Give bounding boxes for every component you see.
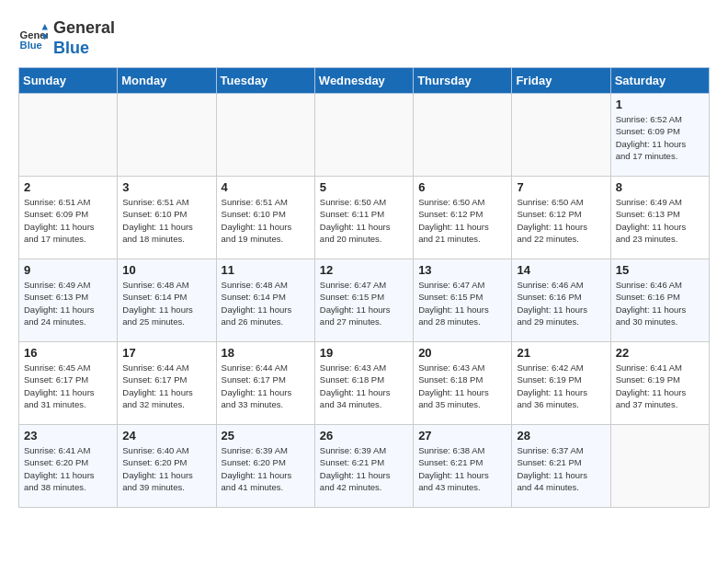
calendar-cell: 21Sunrise: 6:42 AM Sunset: 6:19 PM Dayli… — [512, 342, 610, 425]
day-number: 10 — [122, 263, 210, 277]
header-day-monday: Monday — [118, 68, 216, 94]
day-number: 7 — [517, 180, 605, 194]
day-info: Sunrise: 6:44 AM Sunset: 6:17 PM Dayligh… — [222, 362, 310, 410]
day-number: 15 — [616, 263, 704, 277]
day-number: 8 — [616, 180, 704, 194]
logo-general: General — [53, 18, 115, 39]
day-number: 28 — [517, 429, 605, 442]
day-number: 23 — [24, 429, 112, 442]
calendar-cell: 26Sunrise: 6:39 AM Sunset: 6:21 PM Dayli… — [314, 425, 413, 508]
day-info: Sunrise: 6:42 AM Sunset: 6:19 PM Dayligh… — [517, 362, 605, 410]
calendar-cell: 9Sunrise: 6:49 AM Sunset: 6:13 PM Daylig… — [19, 259, 118, 342]
header: General Blue General Blue — [18, 18, 710, 58]
calendar-cell — [512, 94, 610, 177]
calendar-cell: 3Sunrise: 6:51 AM Sunset: 6:10 PM Daylig… — [118, 177, 216, 259]
calendar-cell: 5Sunrise: 6:50 AM Sunset: 6:11 PM Daylig… — [314, 177, 413, 259]
day-info: Sunrise: 6:50 AM Sunset: 6:12 PM Dayligh… — [517, 196, 605, 245]
day-info: Sunrise: 6:43 AM Sunset: 6:18 PM Dayligh… — [320, 362, 408, 410]
calendar-cell — [19, 94, 118, 177]
day-info: Sunrise: 6:52 AM Sunset: 6:09 PM Dayligh… — [616, 113, 704, 162]
day-number: 17 — [122, 346, 210, 360]
day-info: Sunrise: 6:40 AM Sunset: 6:20 PM Dayligh… — [122, 444, 210, 493]
day-info: Sunrise: 6:48 AM Sunset: 6:14 PM Dayligh… — [222, 279, 310, 327]
calendar-week-4: 23Sunrise: 6:41 AM Sunset: 6:20 PM Dayli… — [19, 425, 710, 508]
day-info: Sunrise: 6:51 AM Sunset: 6:09 PM Dayligh… — [24, 196, 112, 245]
day-info: Sunrise: 6:51 AM Sunset: 6:10 PM Dayligh… — [222, 196, 310, 245]
header-day-friday: Friday — [512, 68, 610, 94]
logo-blue: Blue — [53, 39, 115, 59]
day-info: Sunrise: 6:47 AM Sunset: 6:15 PM Dayligh… — [418, 279, 506, 327]
day-number: 24 — [122, 429, 210, 442]
calendar-cell: 15Sunrise: 6:46 AM Sunset: 6:16 PM Dayli… — [610, 259, 709, 342]
day-info: Sunrise: 6:48 AM Sunset: 6:14 PM Dayligh… — [122, 279, 210, 327]
day-number: 27 — [418, 429, 506, 442]
svg-marker-2 — [42, 24, 48, 29]
calendar-cell: 14Sunrise: 6:46 AM Sunset: 6:16 PM Dayli… — [512, 259, 610, 342]
calendar-cell: 13Sunrise: 6:47 AM Sunset: 6:15 PM Dayli… — [414, 259, 512, 342]
day-info: Sunrise: 6:38 AM Sunset: 6:21 PM Dayligh… — [418, 444, 506, 493]
calendar-cell: 12Sunrise: 6:47 AM Sunset: 6:15 PM Dayli… — [314, 259, 413, 342]
calendar-header-row: SundayMondayTuesdayWednesdayThursdayFrid… — [19, 68, 710, 94]
calendar-cell: 28Sunrise: 6:37 AM Sunset: 6:21 PM Dayli… — [512, 425, 610, 508]
day-number: 26 — [320, 429, 408, 442]
calendar-cell: 1Sunrise: 6:52 AM Sunset: 6:09 PM Daylig… — [610, 94, 709, 177]
calendar-cell: 22Sunrise: 6:41 AM Sunset: 6:19 PM Dayli… — [610, 342, 709, 425]
calendar-cell: 25Sunrise: 6:39 AM Sunset: 6:20 PM Dayli… — [216, 425, 314, 508]
day-info: Sunrise: 6:41 AM Sunset: 6:20 PM Dayligh… — [24, 444, 112, 493]
day-number: 22 — [616, 346, 704, 360]
day-number: 5 — [320, 180, 408, 194]
calendar-week-2: 9Sunrise: 6:49 AM Sunset: 6:13 PM Daylig… — [19, 259, 710, 342]
day-number: 25 — [222, 429, 310, 442]
calendar-week-0: 1Sunrise: 6:52 AM Sunset: 6:09 PM Daylig… — [19, 94, 710, 177]
day-number: 1 — [616, 98, 704, 111]
header-day-sunday: Sunday — [19, 68, 118, 94]
day-number: 4 — [222, 180, 310, 194]
day-number: 16 — [24, 346, 112, 360]
calendar-cell — [610, 425, 709, 508]
day-info: Sunrise: 6:39 AM Sunset: 6:21 PM Dayligh… — [320, 444, 408, 493]
calendar-cell: 6Sunrise: 6:50 AM Sunset: 6:12 PM Daylig… — [414, 177, 512, 259]
calendar-cell: 10Sunrise: 6:48 AM Sunset: 6:14 PM Dayli… — [118, 259, 216, 342]
day-info: Sunrise: 6:49 AM Sunset: 6:13 PM Dayligh… — [616, 196, 704, 245]
day-info: Sunrise: 6:45 AM Sunset: 6:17 PM Dayligh… — [24, 362, 112, 410]
day-info: Sunrise: 6:43 AM Sunset: 6:18 PM Dayligh… — [418, 362, 506, 410]
header-day-thursday: Thursday — [414, 68, 512, 94]
svg-text:Blue: Blue — [20, 40, 42, 51]
day-number: 12 — [320, 263, 408, 277]
day-info: Sunrise: 6:46 AM Sunset: 6:16 PM Dayligh… — [517, 279, 605, 327]
day-number: 11 — [222, 263, 310, 277]
calendar-week-3: 16Sunrise: 6:45 AM Sunset: 6:17 PM Dayli… — [19, 342, 710, 425]
day-info: Sunrise: 6:37 AM Sunset: 6:21 PM Dayligh… — [517, 444, 605, 493]
day-info: Sunrise: 6:51 AM Sunset: 6:10 PM Dayligh… — [122, 196, 210, 245]
day-info: Sunrise: 6:50 AM Sunset: 6:12 PM Dayligh… — [418, 196, 506, 245]
day-number: 9 — [24, 263, 112, 277]
calendar-table: SundayMondayTuesdayWednesdayThursdayFrid… — [18, 67, 710, 508]
day-info: Sunrise: 6:47 AM Sunset: 6:15 PM Dayligh… — [320, 279, 408, 327]
logo: General Blue General Blue — [18, 18, 115, 58]
day-number: 18 — [222, 346, 310, 360]
day-info: Sunrise: 6:44 AM Sunset: 6:17 PM Dayligh… — [122, 362, 210, 410]
day-info: Sunrise: 6:41 AM Sunset: 6:19 PM Dayligh… — [616, 362, 704, 410]
day-info: Sunrise: 6:39 AM Sunset: 6:20 PM Dayligh… — [222, 444, 310, 493]
calendar-week-1: 2Sunrise: 6:51 AM Sunset: 6:09 PM Daylig… — [19, 177, 710, 259]
day-info: Sunrise: 6:46 AM Sunset: 6:16 PM Dayligh… — [616, 279, 704, 327]
header-day-saturday: Saturday — [610, 68, 709, 94]
day-number: 2 — [24, 180, 112, 194]
calendar-cell — [414, 94, 512, 177]
calendar-cell: 17Sunrise: 6:44 AM Sunset: 6:17 PM Dayli… — [118, 342, 216, 425]
calendar-cell: 20Sunrise: 6:43 AM Sunset: 6:18 PM Dayli… — [414, 342, 512, 425]
calendar-cell: 16Sunrise: 6:45 AM Sunset: 6:17 PM Dayli… — [19, 342, 118, 425]
header-day-tuesday: Tuesday — [216, 68, 314, 94]
calendar-cell: 11Sunrise: 6:48 AM Sunset: 6:14 PM Dayli… — [216, 259, 314, 342]
calendar-cell: 23Sunrise: 6:41 AM Sunset: 6:20 PM Dayli… — [19, 425, 118, 508]
calendar-cell: 8Sunrise: 6:49 AM Sunset: 6:13 PM Daylig… — [610, 177, 709, 259]
calendar-cell — [314, 94, 413, 177]
day-number: 6 — [418, 180, 506, 194]
day-number: 14 — [517, 263, 605, 277]
header-day-wednesday: Wednesday — [314, 68, 413, 94]
day-number: 20 — [418, 346, 506, 360]
day-number: 19 — [320, 346, 408, 360]
day-number: 3 — [122, 180, 210, 194]
calendar-cell: 27Sunrise: 6:38 AM Sunset: 6:21 PM Dayli… — [414, 425, 512, 508]
calendar-cell: 18Sunrise: 6:44 AM Sunset: 6:17 PM Dayli… — [216, 342, 314, 425]
